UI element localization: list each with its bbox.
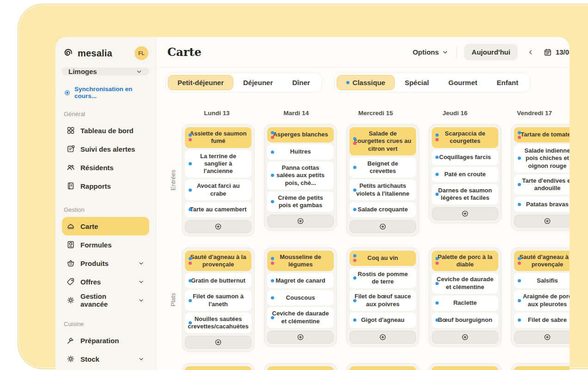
menu-item-featured[interactable]: Patate douce (185, 366, 251, 370)
menu-item-featured[interactable]: Scarpaccia de courgettes (432, 127, 498, 148)
people-icon (67, 163, 75, 172)
menu-item-featured[interactable]: Sauté d'agneau à la provençale (185, 251, 251, 271)
tab-d-ner[interactable]: Dîner (282, 75, 319, 90)
menu-item[interactable]: Beignet de crevettes (349, 157, 416, 178)
menu-item[interactable]: Petits artichauts violets à l'italienne (349, 179, 416, 200)
add-item-button[interactable] (432, 331, 498, 344)
sidebar-item-carte[interactable]: Carte (62, 217, 149, 235)
menu-item-featured[interactable]: Céleri (349, 366, 416, 370)
menu-item[interactable]: Panna cottas salées aux petits pois, chè… (267, 161, 334, 190)
add-item-button[interactable] (349, 220, 416, 233)
pink-dot (353, 142, 356, 145)
plus-circle-icon (297, 217, 304, 225)
sidebar-item-stock[interactable]: Stock (62, 350, 149, 368)
date-label: 13/05/2024 (556, 48, 570, 56)
tab-enfant[interactable]: Enfant (487, 75, 528, 90)
menu-item[interactable]: Tarte d'endives et andouille (514, 174, 570, 195)
add-item-button[interactable] (514, 331, 570, 344)
menu-item-featured[interactable]: Tartare de tomates (514, 127, 570, 142)
menu-item[interactable]: Rostis de pomme de terre (349, 268, 416, 289)
sidebar-item-pr-paration[interactable]: Préparation (62, 331, 149, 350)
menu-item-featured[interactable]: Panais (267, 366, 334, 370)
menu-item[interactable]: Bœuf bourguignon (432, 313, 498, 328)
menu-item-featured[interactable]: Fenouil (432, 366, 498, 370)
tab-petit-d-jeuner[interactable]: Petit-déjeuner (168, 75, 233, 90)
menu-item[interactable]: La terrine de sanglier à l'ancienne (185, 150, 251, 178)
menu-item-featured[interactable]: Assiette de saumon fumé (185, 127, 251, 148)
nav-section-label: Gestion (64, 206, 147, 213)
tab-d-jeuner[interactable]: Déjeuner (233, 75, 282, 90)
blue-dot (189, 321, 192, 325)
sidebar-item-r-sidents[interactable]: Résidents (62, 158, 149, 177)
sidebar-item-rapports[interactable]: Rapports (62, 177, 149, 195)
add-item-button[interactable] (514, 215, 570, 228)
add-item-button[interactable] (432, 207, 498, 220)
tab-label: Classique (353, 79, 386, 86)
menu-item[interactable]: Nouilles sautées crevettes/cacahuètes (185, 313, 251, 333)
blue-dot (518, 183, 521, 186)
menu-item[interactable]: Couscous (267, 290, 334, 305)
sidebar-item-tableau-de-bord[interactable]: Tableau de bord (62, 121, 149, 140)
menu-item[interactable]: Araignée de porc aux pleurotes (514, 290, 570, 311)
cloche-icon (67, 222, 75, 230)
menu-item[interactable]: Tarte au camembert (185, 202, 251, 217)
menu-item-featured[interactable]: Courge (514, 366, 570, 370)
menu-item-featured[interactable]: Salade de courgettes crues au citron ver… (349, 127, 416, 155)
menu-item[interactable]: Ceviche de daurade et clémentine (267, 307, 334, 328)
page-header: Carte Options Aujourd'hui 13/05/2024 (156, 37, 570, 68)
menu-item[interactable]: Paté en croute (432, 167, 498, 182)
menu-item[interactable]: Ceviche de daurade et clémentine (432, 273, 498, 294)
sidebar-item-formules[interactable]: Formules (62, 235, 149, 254)
add-item-button[interactable] (267, 331, 334, 344)
add-item-button[interactable] (185, 220, 251, 233)
menu-item[interactable]: Filet de bœuf sauce aux poivres (349, 290, 416, 311)
menu-item[interactable]: Huitres (267, 144, 334, 160)
date-picker[interactable]: 13/05/2024 (544, 48, 570, 56)
menu-item-featured[interactable]: Coq au vin (349, 251, 416, 266)
pink-dot (189, 262, 192, 265)
add-item-button[interactable] (349, 331, 416, 344)
tab-classique[interactable]: Classique (337, 75, 395, 90)
blue-dot (353, 188, 356, 191)
menu-item-featured[interactable]: Asperges blanches (267, 127, 334, 142)
options-button[interactable]: Options (413, 48, 449, 56)
sidebar-item-suivi-des-alertes[interactable]: Suivi des alertes (62, 140, 149, 158)
menu-item-label: Couscous (286, 294, 315, 302)
menu-item[interactable]: Crème de petits pois et gambas (267, 191, 334, 212)
menu-item[interactable]: Coquillages farcis (432, 150, 498, 165)
menu-item-featured[interactable]: Palette de porc à la diable (432, 251, 498, 271)
menu-item[interactable]: Magret de canard (267, 273, 334, 288)
menu-item[interactable]: Filet de sabre (514, 313, 570, 328)
menu-item[interactable]: Patatas bravas (514, 197, 570, 212)
menu-item[interactable]: Salsifis (514, 273, 570, 288)
menu-item-label: Araignée de porc aux pleurotes (519, 293, 570, 308)
chevron-left-icon[interactable] (525, 47, 536, 58)
menu-item[interactable]: Salade indienne pois chiches et oignon r… (514, 144, 570, 173)
add-item-button[interactable] (185, 336, 251, 349)
sync-status: Synchronisation en cours... (62, 86, 149, 99)
menu-item[interactable]: Gigot d'agneau (349, 313, 416, 328)
menu-item[interactable]: Salade croquante (349, 202, 416, 217)
menu-item[interactable]: Gratin de butternut (185, 273, 251, 288)
item-dots (435, 134, 439, 142)
menu-item-featured[interactable]: Mousseline de légumes (267, 251, 334, 271)
today-button[interactable]: Aujourd'hui (464, 44, 518, 60)
row-label: Plats (165, 247, 182, 352)
menu-row: PlatsSauté d'agneau à la provençaleGrati… (165, 247, 570, 352)
chevron-down-icon (138, 297, 145, 304)
menu-item[interactable]: Raclette (432, 296, 498, 311)
sidebar-item-offres[interactable]: Offres (62, 272, 149, 291)
add-item-button[interactable] (267, 215, 334, 228)
avatar[interactable]: FL (135, 46, 148, 60)
menu-item[interactable]: Filet de saumon à l'aneth (185, 290, 251, 311)
sidebar-item-produits[interactable]: Produits (62, 254, 149, 272)
tab-label: Spécial (404, 79, 429, 86)
tab-sp-cial[interactable]: Spécial (395, 75, 439, 90)
location-selector[interactable]: Limoges (62, 68, 149, 75)
menu-item[interactable]: Avocat farci au crabe (185, 179, 251, 200)
tab-gourmet[interactable]: Gourmet (439, 75, 487, 90)
menu-item[interactable]: Darnes de saumon légères et faciles (432, 184, 498, 205)
menu-item-featured[interactable]: Sauté d'agneau à la provençale (514, 251, 570, 271)
plus-circle-icon (379, 333, 386, 341)
sidebar-item-gestion-avanc-e[interactable]: Gestion avancée (62, 291, 149, 309)
